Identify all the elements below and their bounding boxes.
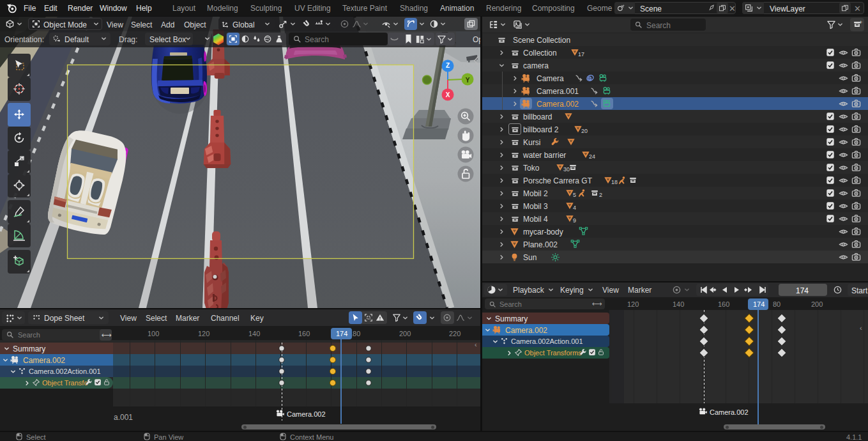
svg-text:X: X: [446, 91, 450, 98]
svg-text:Z: Z: [446, 62, 450, 69]
svg-text:Y: Y: [466, 77, 470, 84]
